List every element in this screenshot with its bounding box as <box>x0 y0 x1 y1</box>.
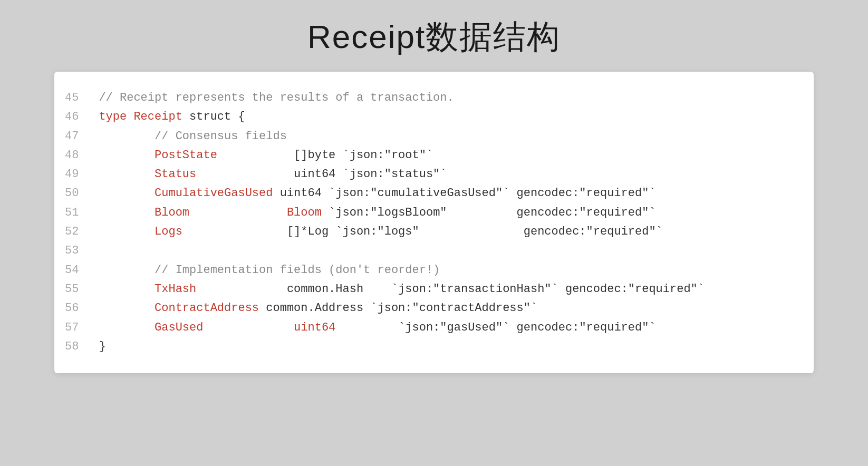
code-segment: uint64 <box>294 321 335 334</box>
code-segment <box>99 283 155 296</box>
code-line: 53 <box>54 241 814 260</box>
line-number: 51 <box>54 203 93 222</box>
code-line: 55 TxHash common.Hash `json:"transaction… <box>54 280 814 299</box>
page-title: Receipt数据结构 <box>307 15 561 59</box>
code-segment: common.Address `json:"contractAddress"` <box>259 302 537 315</box>
line-content: PostState []byte `json:"root"` <box>93 146 814 165</box>
code-segment: uint64 `json:"cumulativeGasUsed"` gencod… <box>273 187 655 200</box>
code-segment: Status <box>155 168 196 181</box>
code-segment: Logs <box>155 225 182 238</box>
code-segment: Bloom <box>287 206 322 219</box>
code-line: 56 ContractAddress common.Address `json:… <box>54 299 814 318</box>
code-panel: 45// Receipt represents the results of a… <box>54 72 814 373</box>
code-segment: common.Hash `json:"transactionHash"` gen… <box>196 283 705 296</box>
code-segment: Bloom <box>155 206 189 219</box>
code-segment: `json:"logsBloom" gencodec:"required"` <box>322 206 656 219</box>
line-content <box>93 241 814 260</box>
code-segment <box>99 225 155 238</box>
code-line: 45// Receipt represents the results of a… <box>54 89 814 108</box>
code-segment: // Receipt represents the results of a t… <box>99 91 454 104</box>
code-segment: []*Log `json:"logs" gencodec:"required"` <box>182 225 663 238</box>
code-line: 51 Bloom Bloom `json:"logsBloom" gencode… <box>54 203 814 222</box>
code-segment <box>99 168 155 181</box>
line-content: ContractAddress common.Address `json:"co… <box>93 299 814 318</box>
line-content: Logs []*Log `json:"logs" gencodec:"requi… <box>93 222 814 241</box>
code-line: 46type Receipt struct { <box>54 108 814 127</box>
line-content: // Receipt represents the results of a t… <box>93 89 814 108</box>
line-content: CumulativeGasUsed uint64 `json:"cumulati… <box>93 184 814 203</box>
code-segment <box>99 187 155 200</box>
line-content: // Consensus fields <box>93 127 814 146</box>
line-number: 57 <box>54 318 93 337</box>
line-number: 45 <box>54 89 93 108</box>
code-line: 58} <box>54 337 814 356</box>
line-number: 55 <box>54 280 93 299</box>
code-segment: []byte `json:"root"` <box>217 149 433 162</box>
line-number: 50 <box>54 184 93 203</box>
code-line: 50 CumulativeGasUsed uint64 `json:"cumul… <box>54 184 814 203</box>
code-segment: struct { <box>182 110 245 123</box>
code-segment: PostState <box>155 149 217 162</box>
code-line: 57 GasUsed uint64 `json:"gasUsed"` genco… <box>54 318 814 337</box>
code-line: 48 PostState []byte `json:"root"` <box>54 146 814 165</box>
line-number: 48 <box>54 146 93 165</box>
code-segment: CumulativeGasUsed <box>155 187 273 200</box>
code-segment: TxHash <box>155 283 196 296</box>
line-content: type Receipt struct { <box>93 108 814 127</box>
code-segment <box>99 302 155 315</box>
line-number: 46 <box>54 108 93 127</box>
code-table: 45// Receipt represents the results of a… <box>54 89 814 356</box>
code-line: 54 // Implementation fields (don't reord… <box>54 261 814 280</box>
line-content: TxHash common.Hash `json:"transactionHas… <box>93 280 814 299</box>
code-segment: // Implementation fields (don't reorder!… <box>99 264 440 277</box>
line-content: Bloom Bloom `json:"logsBloom" gencodec:"… <box>93 203 814 222</box>
code-line: 49 Status uint64 `json:"status"` <box>54 165 814 184</box>
line-number: 54 <box>54 261 93 280</box>
code-segment: GasUsed <box>155 321 203 334</box>
line-number: 56 <box>54 299 93 318</box>
code-segment <box>203 321 294 334</box>
line-number: 58 <box>54 337 93 356</box>
code-segment: } <box>99 340 105 353</box>
code-line: 52 Logs []*Log `json:"logs" gencodec:"re… <box>54 222 814 241</box>
code-segment <box>99 149 155 162</box>
line-content: GasUsed uint64 `json:"gasUsed"` gencodec… <box>93 318 814 337</box>
code-segment <box>99 321 155 334</box>
code-segment: Receipt <box>133 110 182 123</box>
line-number: 47 <box>54 127 93 146</box>
line-number: 53 <box>54 241 93 260</box>
line-content: // Implementation fields (don't reorder!… <box>93 261 814 280</box>
code-segment: type <box>99 110 133 123</box>
code-segment: ContractAddress <box>155 302 259 315</box>
code-segment: `json:"gasUsed"` gencodec:"required"` <box>335 321 655 334</box>
code-segment <box>99 206 155 219</box>
code-segment: uint64 `json:"status"` <box>196 168 447 181</box>
line-number: 49 <box>54 165 93 184</box>
code-line: 47 // Consensus fields <box>54 127 814 146</box>
code-segment: // Consensus fields <box>99 130 286 143</box>
line-number: 52 <box>54 222 93 241</box>
code-segment <box>189 206 287 219</box>
line-content: Status uint64 `json:"status"` <box>93 165 814 184</box>
line-content: } <box>93 337 814 356</box>
